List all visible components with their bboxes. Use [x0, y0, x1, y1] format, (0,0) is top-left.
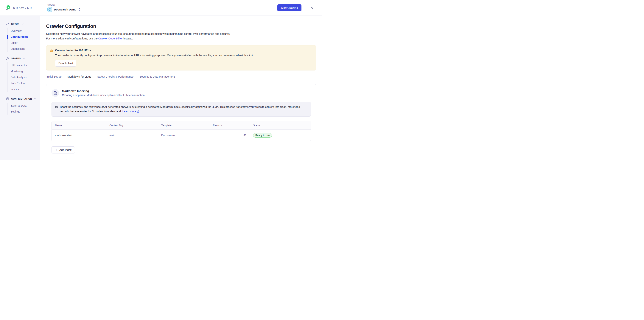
chevron-down-icon — [23, 57, 25, 60]
limit-warning-panel: Crawler limited to 100 URLs The crawler … — [46, 45, 316, 70]
page-description: Customise how your crawler navigates and… — [46, 32, 316, 41]
card-subtitle: Creating a separate Markdown index optim… — [62, 94, 146, 97]
tab-security-data-management[interactable]: Security & Data Management — [139, 75, 175, 81]
info-text: Boost the accuracy and relevance of AI-g… — [60, 105, 300, 113]
warning-body: The crawler is currently configured to p… — [55, 53, 312, 57]
cancel-button[interactable]: Cancel — [52, 159, 68, 160]
sidebar-section-label: SETUP — [11, 23, 20, 26]
warning-title: Crawler limited to 100 URLs — [55, 49, 91, 52]
sidebar-item-path-explorer[interactable]: Path Explorer — [11, 80, 40, 86]
cell-status: Ready to use — [250, 129, 310, 141]
sidebar-item-configuration[interactable]: Configuration — [11, 34, 40, 40]
add-index-label: Add Index — [59, 148, 72, 151]
gear-icon — [6, 97, 9, 100]
start-crawling-button[interactable]: Start Crawling — [278, 4, 302, 12]
page-title: Crawler Configuration — [46, 23, 316, 29]
info-circle-icon — [55, 105, 58, 114]
tab-markdown-for-llms[interactable]: Markdown for LLMs — [67, 75, 92, 81]
cell-template: Docusaurus — [158, 129, 210, 141]
crawler-selector[interactable]: Crawler DocSearch Demo — [48, 4, 81, 12]
cell-content-tag: main — [106, 129, 158, 141]
indexes-table: Name Content Tag Template Records Status… — [52, 121, 311, 141]
sidebar-item-overview[interactable]: Overview — [11, 28, 40, 34]
sidebar-section-status-header[interactable]: STATUS — [6, 57, 40, 60]
chevron-up-down-icon[interactable] — [78, 8, 81, 11]
add-index-button[interactable]: Add Index — [52, 146, 75, 153]
sidebar-item-settings[interactable]: Settings — [11, 109, 40, 115]
sidebar-item-url-inspector[interactable]: URL inspector — [11, 62, 40, 68]
tab-safety-checks-performance[interactable]: Safety Checks & Performance — [97, 75, 134, 81]
tab-initial-set-up[interactable]: Initial Set-up — [46, 75, 62, 81]
sidebar-item-editor[interactable]: Editor — [11, 40, 40, 46]
top-bar: CRAWLER Crawler DocSearch Demo Start Cra… — [0, 0, 322, 16]
cell-records: 43 — [210, 129, 250, 141]
crawler-code-editor-link[interactable]: Crawler Code Editor — [98, 37, 123, 40]
main-content: Crawler Configuration Customise how your… — [40, 16, 322, 160]
column-header-records: Records — [210, 121, 250, 129]
wrench-icon — [6, 57, 9, 60]
warning-triangle-icon — [50, 49, 53, 52]
info-callout: Boost the accuracy and relevance of AI-g… — [52, 102, 311, 117]
sidebar-section-label: STATUS — [11, 57, 21, 60]
chevron-down-icon — [34, 98, 36, 100]
description-line2-suffix: instead. — [123, 37, 133, 40]
crawler-name: DocSearch Demo — [54, 8, 76, 11]
sidebar-section-configuration: CONFIGURATION External Data Settings — [6, 97, 40, 115]
status-badge: Ready to use — [253, 133, 272, 137]
plus-icon — [55, 148, 58, 151]
chevron-down-icon — [22, 23, 24, 25]
logo-wordmark: CRAWLER — [13, 6, 32, 9]
trending-up-icon — [6, 23, 9, 26]
description-line2-prefix: For more advanced configurations, use th… — [46, 37, 98, 40]
sidebar-section-label: CONFIGURATION — [11, 98, 32, 100]
description-line1: Customise how your crawler navigates and… — [46, 32, 230, 35]
sidebar: SETUP Overview Configuration Editor Sugg… — [0, 16, 40, 160]
table-row[interactable]: markdown-test main Docusaurus 43 Ready t… — [52, 129, 310, 141]
column-header-content-tag: Content Tag — [106, 121, 158, 129]
external-link-icon — [137, 110, 140, 113]
configuration-tabs: Initial Set-up Markdown for LLMs Safety … — [46, 75, 316, 81]
column-header-status: Status — [250, 121, 310, 129]
column-header-template: Template — [158, 121, 210, 129]
table-header-row: Name Content Tag Template Records Status — [52, 121, 310, 129]
close-icon[interactable] — [310, 6, 314, 10]
breadcrumb: Crawler — [48, 4, 81, 6]
markdown-indexing-card: Markdown Indexing Creating a separate Ma… — [46, 84, 316, 160]
sidebar-item-indices[interactable]: Indices — [11, 86, 40, 92]
column-header-name: Name — [52, 121, 106, 129]
document-icon — [52, 89, 59, 97]
sidebar-section-setup: SETUP Overview Configuration Editor Sugg… — [6, 23, 40, 52]
cell-name: markdown-test — [52, 129, 106, 141]
sidebar-item-data-analysis[interactable]: Data Analysis — [11, 74, 40, 80]
sidebar-section-setup-header[interactable]: SETUP — [6, 23, 40, 26]
sidebar-section-status: STATUS URL inspector Monitoring Data Ana… — [6, 57, 40, 92]
sidebar-item-monitoring[interactable]: Monitoring — [11, 68, 40, 74]
disable-limit-button[interactable]: Disable limit — [55, 60, 76, 67]
app-logo: CRAWLER — [0, 5, 40, 11]
learn-more-link[interactable]: Learn more — [122, 110, 136, 113]
sidebar-item-suggestions[interactable]: Suggestions — [11, 46, 40, 52]
card-title: Markdown Indexing — [62, 89, 146, 93]
sidebar-section-configuration-header[interactable]: CONFIGURATION — [6, 97, 40, 100]
crawler-logo-icon — [6, 5, 11, 11]
sidebar-item-external-data[interactable]: External Data — [11, 103, 40, 109]
clock-icon — [48, 7, 52, 12]
